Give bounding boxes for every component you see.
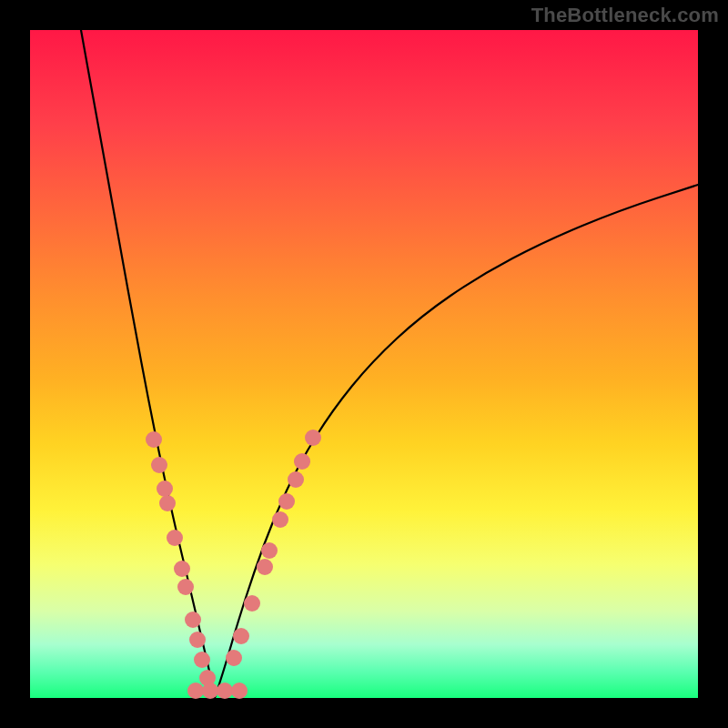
watermark-label: TheBottleneck.com <box>531 4 719 27</box>
data-marker <box>202 682 218 699</box>
data-marker <box>189 632 206 648</box>
data-marker <box>146 431 162 448</box>
curve-right-branch <box>215 185 698 698</box>
data-marker <box>244 595 260 612</box>
marker-group <box>146 430 321 699</box>
data-marker <box>226 650 242 666</box>
curve-left-branch <box>81 30 215 698</box>
data-marker <box>278 493 295 510</box>
data-marker <box>233 628 249 644</box>
data-marker <box>261 542 278 559</box>
data-marker <box>294 453 310 470</box>
data-marker <box>272 511 288 528</box>
data-marker <box>194 652 210 668</box>
data-marker <box>185 612 201 628</box>
data-marker <box>257 559 273 575</box>
data-marker <box>288 471 304 488</box>
plot-area <box>30 30 698 698</box>
data-marker <box>159 495 176 511</box>
curve-layer <box>30 30 698 698</box>
data-marker <box>151 457 167 473</box>
data-marker <box>231 682 248 699</box>
data-marker <box>157 480 173 497</box>
data-marker <box>217 682 233 699</box>
data-marker <box>167 530 183 546</box>
data-marker <box>305 430 321 446</box>
data-marker <box>177 579 194 595</box>
data-marker <box>187 682 204 699</box>
data-marker <box>174 561 190 577</box>
chart-frame: TheBottleneck.com <box>0 0 728 728</box>
